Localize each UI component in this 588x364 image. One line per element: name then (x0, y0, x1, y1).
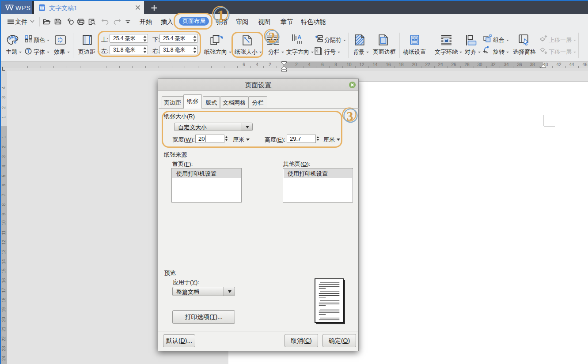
svg-text:2: 2 (268, 30, 275, 45)
svg-text:3: 3 (347, 109, 353, 123)
svg-text:A: A (297, 34, 302, 41)
svg-text:1: 1 (217, 7, 225, 23)
